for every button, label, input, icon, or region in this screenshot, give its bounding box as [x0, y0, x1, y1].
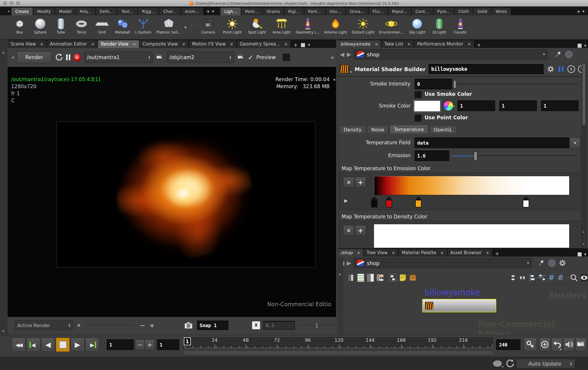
chevron-down-icon[interactable]: ▼	[527, 262, 529, 264]
gear-icon[interactable]	[547, 65, 555, 73]
close-icon[interactable]: ×	[91, 42, 94, 46]
network-path-field[interactable]: shop ▼	[354, 258, 532, 268]
follow-selection-icon[interactable]	[565, 50, 573, 58]
animation-editor-button[interactable]	[575, 338, 587, 351]
auto-key-button[interactable]	[524, 338, 537, 351]
nav-forward-icon[interactable]: ▶	[347, 51, 351, 58]
play-backward-button[interactable]: ◀	[41, 338, 55, 352]
shelf-tab-grains[interactable]: Grains	[263, 8, 284, 15]
tree-controls-icon[interactable]	[348, 274, 355, 282]
tab-performance-monitor[interactable]: Performance Monitor×	[414, 40, 474, 48]
slider-handle[interactable]	[474, 152, 477, 160]
frame-ruler[interactable]: 1 24 48 72 96 120 144 168 192 216	[182, 336, 494, 350]
snapshot-field[interactable]: Snap 1	[197, 321, 228, 330]
node-type-icon-group[interactable]: ▼	[340, 65, 352, 73]
shelf-tab-deform[interactable]: Defo...	[96, 8, 117, 15]
parameter-path-field[interactable]: shop ▼	[354, 49, 548, 59]
align-top-icon[interactable]	[538, 274, 546, 282]
folder-tab-noise[interactable]: Noise	[367, 125, 389, 134]
close-icon[interactable]: ×	[230, 42, 233, 46]
visibility-eye-icon[interactable]	[580, 273, 588, 282]
range-end-field[interactable]: 240	[496, 339, 520, 350]
close-icon[interactable]: ×	[40, 42, 44, 46]
close-icon[interactable]: ×	[182, 42, 186, 46]
shelf-add-tab-button-right[interactable]: +▼	[574, 8, 587, 15]
zoom-in-button[interactable]: +	[149, 322, 155, 329]
zoom-out-button[interactable]: −	[140, 322, 145, 329]
tool-point-light[interactable]: Point Light	[220, 16, 245, 34]
tool-tube[interactable]: Tube	[51, 16, 71, 34]
re-render-icon[interactable]	[54, 53, 63, 62]
increment-frame-button[interactable]: +	[145, 339, 155, 350]
smoke-color-b-field[interactable]: 1	[541, 101, 579, 111]
ramp-marker-white[interactable]	[523, 200, 529, 207]
gamma-slider-handle[interactable]	[315, 323, 318, 329]
pane-collapse-up-icon[interactable]: ▲	[2, 51, 4, 54]
shelf-tab-animation[interactable]: Anim...	[181, 8, 203, 15]
panel-view-icon[interactable]	[367, 274, 374, 282]
pause-render-icon[interactable]	[66, 54, 70, 60]
ramp-delete-point-button[interactable]: ×	[343, 225, 354, 236]
smoke-intensity-field[interactable]: 0	[415, 79, 452, 89]
tool-camera[interactable]: Camera	[196, 16, 220, 34]
close-icon[interactable]: ×	[486, 250, 489, 255]
shelf-tab-texture[interactable]: Text...	[118, 8, 138, 15]
scroll-up-icon[interactable]: ▲	[583, 230, 584, 233]
align-left-icon[interactable]	[529, 274, 535, 282]
background-swatch[interactable]	[283, 54, 290, 61]
shelf-tab-create[interactable]: Create	[11, 8, 33, 15]
color-wheel-icon[interactable]	[443, 101, 453, 111]
decrement-frame-button[interactable]: −	[135, 339, 145, 350]
shelf-tab-rigid[interactable]: Rigi...	[284, 8, 304, 15]
stop-button[interactable]	[56, 338, 70, 352]
list-view-icon[interactable]	[357, 274, 364, 282]
ramp-add-point-button[interactable]: +	[355, 225, 366, 236]
pin-icon[interactable]	[555, 51, 562, 58]
billowysmoke-node[interactable]	[422, 299, 496, 312]
pane-collapse-up-icon[interactable]: ▲	[339, 272, 341, 275]
tool-platonic[interactable]: Platonic Soli...	[153, 16, 184, 34]
pane-menu-icon[interactable]: ▼	[584, 253, 586, 256]
prev-keyframe-button[interactable]: ◀	[26, 338, 40, 352]
tab-geometry-spreadsheet[interactable]: Geometry Sprea...×	[237, 40, 291, 48]
undo-button[interactable]: ▼	[551, 338, 562, 351]
sticky-note-icon[interactable]	[399, 274, 406, 282]
shelf-tab-particlefluids[interactable]: Parti...	[304, 8, 325, 15]
tool-spot-light[interactable]: Spot Light	[245, 16, 269, 34]
gamma-slider[interactable]	[298, 322, 336, 329]
rop-selector[interactable]: /out/mantra1 ▲▼	[84, 52, 153, 63]
tool-caustic[interactable]: Caustic	[450, 16, 471, 34]
shelf-tab-pyro[interactable]: Pyro...	[433, 8, 454, 15]
shelf-tab-modify[interactable]: Modify	[33, 8, 54, 15]
tab-motion-fx-view[interactable]: Motion FX View×	[189, 40, 236, 48]
snap-grid-icon[interactable]: #	[548, 273, 554, 282]
close-icon[interactable]: ×	[440, 250, 444, 255]
scroll-down-icon[interactable]: ▼	[583, 243, 584, 245]
range-scrollbar[interactable]: ⋯ ⋯ ⋯	[183, 351, 493, 355]
folder-tab-temperature[interactable]: Temperature	[390, 125, 428, 134]
node-name-field[interactable]: billowysmoke	[429, 64, 544, 74]
choose-camera-icon[interactable]	[237, 53, 245, 61]
shelf-grip-handle[interactable]: ⋮⋮	[190, 23, 196, 27]
ramp-delete-point-button[interactable]: ×	[343, 177, 354, 187]
smoke-intensity-slider[interactable]	[453, 79, 578, 89]
shelf-tab-solid[interactable]: Solid	[473, 8, 491, 15]
pane-maximize-icon[interactable]	[577, 43, 582, 48]
smoke-color-g-field[interactable]: 1	[499, 101, 537, 111]
houdini-h-badge[interactable]: H	[558, 65, 564, 73]
shelf-add-tab-button[interactable]: +▼	[204, 8, 216, 15]
audio-button[interactable]	[563, 338, 574, 351]
preview-checkbox[interactable]: ✓	[248, 54, 253, 61]
gamma-field[interactable]: 0.5	[263, 321, 295, 330]
close-icon[interactable]: ×	[133, 42, 136, 46]
ramp-marker-red[interactable]	[386, 200, 392, 207]
tab-composite-view[interactable]: Composite View×	[140, 40, 188, 48]
delete-render-icon[interactable]: ×	[77, 323, 81, 328]
pane-menu-icon[interactable]: ▼	[584, 44, 586, 47]
tool-environment-light[interactable]: Environmen...	[377, 16, 406, 34]
pane-collapse-down-icon[interactable]: ▼	[2, 330, 4, 333]
shelf-tab-containers[interactable]: Cont...	[412, 8, 433, 15]
use-point-color-checkbox[interactable]	[415, 115, 422, 122]
shelf-expand-icon[interactable]: ▶	[185, 25, 187, 29]
shelf-tab-cloth[interactable]: Cloth	[455, 8, 473, 15]
